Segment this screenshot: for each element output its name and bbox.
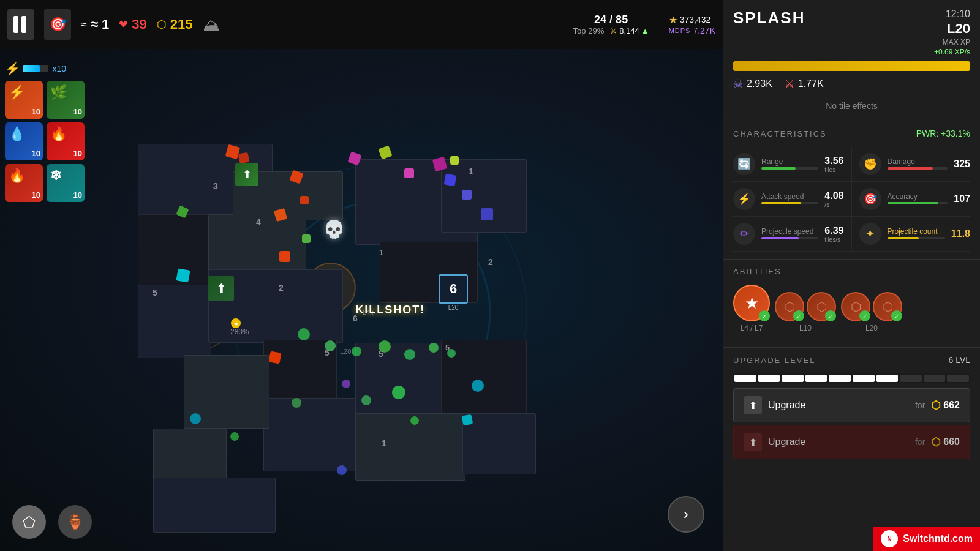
ability-group-0: ★ ✓ L4 / L7 xyxy=(733,285,770,332)
upgrade-pip-4 xyxy=(805,375,827,382)
next-arrow-icon: › xyxy=(684,506,688,523)
upgrade-cost-value: 662 xyxy=(943,400,960,411)
upgrade-section: UPGRADE LEVEL 6 LVL ⬆ Upgrade for xyxy=(723,347,980,467)
characteristics-header: CHARACTERISTICS PWR: +33.1% xyxy=(733,129,970,138)
panel-title-row: SPLASH 12:10 L20 MAX XP +0.69 XP/s xyxy=(733,9,970,56)
upgrade-chevron-icon-2: ⬆ xyxy=(744,433,762,451)
rank-section: 24 / 85 Top 29% ⚔ 8,144 ▲ xyxy=(573,13,649,36)
ability-hex-4[interactable]: ⬡ ✓ xyxy=(873,292,902,321)
next-arrow-button[interactable]: › xyxy=(668,496,704,533)
map-ability-tile: ⬆ xyxy=(235,163,258,186)
proj-speed-value: 6.39 tiles/s xyxy=(824,225,843,243)
ability-tile-5[interactable]: ❄ 10 xyxy=(47,164,85,202)
tile-number: 3 xyxy=(213,181,218,191)
stars-row: ★ 373,432 xyxy=(669,14,711,26)
item-cube-pink xyxy=(404,168,414,178)
damage-bar-fill xyxy=(888,167,933,170)
top-percent: Top 29% xyxy=(573,26,605,36)
ability-hex-2[interactable]: ⬡ ✓ xyxy=(807,292,836,321)
health-value: 39 xyxy=(132,17,146,32)
upgrade-pip-1 xyxy=(734,375,756,382)
ability-icon-1: 🌿 xyxy=(50,84,67,100)
up-arrow-icon: ▲ xyxy=(641,26,649,36)
upgrade-pip-3 xyxy=(782,375,804,382)
proj-speed-details: Projectile speed xyxy=(761,227,818,241)
item-gem-green xyxy=(361,395,371,405)
ability-check-3: ✓ xyxy=(859,310,870,321)
tile-number: 2 xyxy=(279,283,284,293)
left-sidebar: ⚡ x10 ⚡ 10 🌿 10 💧 10 xyxy=(5,61,66,490)
panel-level-section: 12:10 L20 MAX XP +0.69 XP/s xyxy=(934,9,970,56)
health-icon: ❤ xyxy=(119,18,128,31)
ability-count-0: 10 xyxy=(32,107,40,116)
pentagon-icon[interactable]: ⬠ xyxy=(12,505,46,539)
upgrade-pip-9 xyxy=(924,375,946,382)
upgrade-pip-10 xyxy=(947,375,969,382)
range-details: Range xyxy=(761,157,818,171)
potion-icon[interactable]: 🏺 xyxy=(58,505,92,539)
max-xp-label: MAX XP xyxy=(943,38,970,47)
skull-kills-icon: ☠ xyxy=(733,77,743,91)
damage-bar xyxy=(888,167,948,170)
ability-label-2: L20 xyxy=(865,324,878,332)
tile-number: 4 xyxy=(256,217,261,227)
ability-hex-3[interactable]: ⬡ ✓ xyxy=(841,292,870,321)
weapon-title: SPLASH xyxy=(733,9,805,28)
ability-tile-3[interactable]: 🔥 10 xyxy=(47,122,85,160)
xp-fill xyxy=(733,61,970,71)
coin-icon-upgrade: ⬡ xyxy=(931,399,941,412)
xp-rate-label: +0.69 XP/s xyxy=(934,48,970,56)
item-gem-green xyxy=(429,343,439,353)
char-range: 🔄 Range 3.56 tiles xyxy=(733,147,852,182)
tile-bg-18 xyxy=(153,478,276,533)
tile-effects-label: No tile effects xyxy=(723,96,980,116)
purple-kills: ☠ 2.93K xyxy=(733,77,772,91)
item-cube-lime xyxy=(378,145,392,159)
enemy-cube xyxy=(238,152,250,164)
ability-hex-1[interactable]: ⬡ ✓ xyxy=(775,292,804,321)
pause-icon xyxy=(13,16,28,33)
upgrade-button[interactable]: ⬆ Upgrade for ⬡ 662 xyxy=(733,388,970,422)
accuracy-label: Accuracy xyxy=(888,192,948,201)
ability-tile-4[interactable]: 🔥 10 xyxy=(5,164,43,202)
ability-icon-4: ⬡ xyxy=(883,299,893,314)
ability-tile-2[interactable]: 💧 10 xyxy=(5,122,43,160)
characteristics-section: CHARACTERISTICS PWR: +33.1% 🔄 Range 3.56 xyxy=(723,121,980,259)
coin-icon-upgrade-2: ⬡ xyxy=(931,435,941,449)
waves-value: ≈ 1 xyxy=(91,17,109,32)
item-cube-blue xyxy=(481,208,493,220)
ability-star-icon: ★ xyxy=(745,294,759,313)
weapon-icon: 🎯 xyxy=(44,9,71,40)
item-gem-green xyxy=(292,398,301,408)
map-ability-tile: ⬆ xyxy=(208,276,234,301)
ability-tile-1[interactable]: 🌿 10 xyxy=(47,81,85,119)
pause-button[interactable] xyxy=(7,9,34,40)
weapon-level: L20 xyxy=(947,21,970,37)
tile-number: 5 xyxy=(325,348,330,358)
item-gem-blue xyxy=(337,465,347,475)
upgrade-button-2[interactable]: ⬆ Upgrade for ⬡ 660 xyxy=(733,425,970,459)
damage-value: 325 xyxy=(954,159,970,170)
char-damage: ✊ Damage 325 xyxy=(852,147,971,182)
damage-icon: ✊ xyxy=(859,153,881,175)
item-gem-green xyxy=(352,347,361,356)
item-cube-cyan xyxy=(462,414,473,426)
game-area: 🎯 ≈ ≈ 1 ❤ 39 ⬡ 215 xyxy=(0,0,723,551)
ability-grid: ⚡ 10 🌿 10 💧 10 🔥 10 🔥 10 xyxy=(5,81,66,202)
proj-speed-label: Projectile speed xyxy=(761,227,818,236)
ability-hex-0[interactable]: ★ ✓ xyxy=(733,285,770,321)
lightning-icon: ⚡ xyxy=(5,61,20,76)
chest-icon: ⛰ xyxy=(203,15,220,35)
upgrade-chevron-icon: ⬆ xyxy=(744,396,762,414)
energy-bar-container: ⚡ x10 xyxy=(5,61,66,76)
ability-tile-0[interactable]: ⚡ 10 xyxy=(5,81,43,119)
ability-count-2: 10 xyxy=(32,149,40,158)
attack-speed-bar xyxy=(761,202,818,204)
upgrade-pip-2 xyxy=(758,375,780,382)
tile-bg-16 xyxy=(462,413,536,474)
star-gem: ★ xyxy=(231,318,241,328)
tile-sublabel: L20 xyxy=(340,348,351,355)
range-value: 3.56 tiles xyxy=(824,156,843,173)
damage-label: Damage xyxy=(888,157,948,166)
ability-count-3: 10 xyxy=(74,149,82,158)
